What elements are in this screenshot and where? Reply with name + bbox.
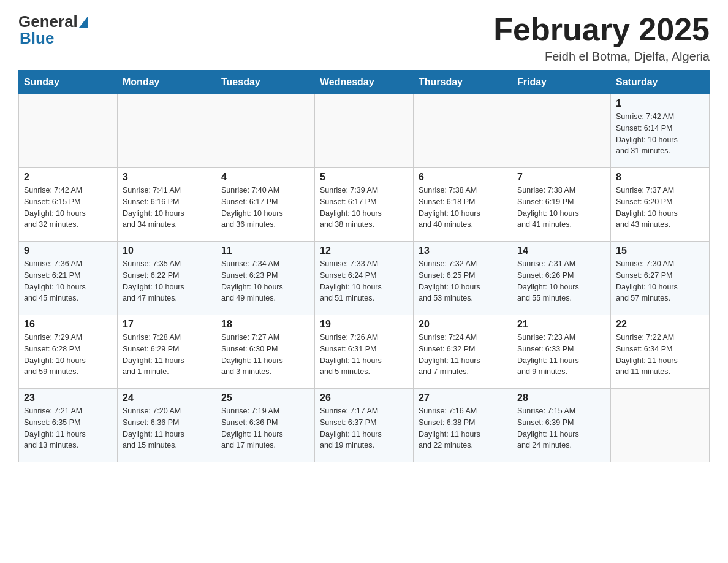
weekday-header-row: SundayMondayTuesdayWednesdayThursdayFrid… xyxy=(19,71,710,94)
calendar-week-row: 2Sunrise: 7:42 AM Sunset: 6:15 PM Daylig… xyxy=(19,168,710,242)
calendar-cell xyxy=(216,94,315,168)
calendar-cell: 16Sunrise: 7:29 AM Sunset: 6:28 PM Dayli… xyxy=(19,315,118,389)
day-info: Sunrise: 7:33 AM Sunset: 6:24 PM Dayligh… xyxy=(320,258,408,304)
day-number: 28 xyxy=(517,393,605,404)
title-block: February 2025 Feidh el Botma, Djelfa, Al… xyxy=(493,12,710,64)
day-number: 25 xyxy=(221,393,309,404)
calendar-cell: 24Sunrise: 7:20 AM Sunset: 6:36 PM Dayli… xyxy=(118,389,216,462)
calendar-cell: 10Sunrise: 7:35 AM Sunset: 6:22 PM Dayli… xyxy=(118,242,216,315)
day-info: Sunrise: 7:42 AM Sunset: 6:14 PM Dayligh… xyxy=(616,111,704,157)
day-number: 18 xyxy=(221,319,309,330)
calendar-cell: 13Sunrise: 7:32 AM Sunset: 6:25 PM Dayli… xyxy=(414,242,512,315)
calendar-cell: 8Sunrise: 7:37 AM Sunset: 6:20 PM Daylig… xyxy=(611,168,710,242)
calendar-cell: 2Sunrise: 7:42 AM Sunset: 6:15 PM Daylig… xyxy=(19,168,118,242)
day-number: 14 xyxy=(517,245,605,256)
day-info: Sunrise: 7:40 AM Sunset: 6:17 PM Dayligh… xyxy=(221,185,309,231)
day-info: Sunrise: 7:16 AM Sunset: 6:38 PM Dayligh… xyxy=(419,405,507,451)
calendar-cell: 28Sunrise: 7:15 AM Sunset: 6:39 PM Dayli… xyxy=(512,389,611,462)
day-number: 22 xyxy=(616,319,704,330)
calendar-cell: 6Sunrise: 7:38 AM Sunset: 6:18 PM Daylig… xyxy=(414,168,512,242)
calendar-cell xyxy=(512,94,611,168)
weekday-header-sunday: Sunday xyxy=(19,71,118,94)
day-info: Sunrise: 7:38 AM Sunset: 6:19 PM Dayligh… xyxy=(517,185,605,231)
calendar-cell: 12Sunrise: 7:33 AM Sunset: 6:24 PM Dayli… xyxy=(315,242,414,315)
day-info: Sunrise: 7:34 AM Sunset: 6:23 PM Dayligh… xyxy=(221,258,309,304)
calendar-cell: 4Sunrise: 7:40 AM Sunset: 6:17 PM Daylig… xyxy=(216,168,315,242)
calendar-week-row: 23Sunrise: 7:21 AM Sunset: 6:35 PM Dayli… xyxy=(19,389,710,462)
calendar-cell: 5Sunrise: 7:39 AM Sunset: 6:17 PM Daylig… xyxy=(315,168,414,242)
calendar-cell: 7Sunrise: 7:38 AM Sunset: 6:19 PM Daylig… xyxy=(512,168,611,242)
day-info: Sunrise: 7:30 AM Sunset: 6:27 PM Dayligh… xyxy=(616,258,704,304)
day-info: Sunrise: 7:24 AM Sunset: 6:32 PM Dayligh… xyxy=(419,332,507,378)
day-number: 7 xyxy=(517,172,605,183)
logo-blue-text: Blue xyxy=(20,29,54,48)
day-number: 21 xyxy=(517,319,605,330)
weekday-header-wednesday: Wednesday xyxy=(315,71,414,94)
day-number: 4 xyxy=(221,172,309,183)
day-number: 27 xyxy=(419,393,507,404)
calendar-cell: 21Sunrise: 7:23 AM Sunset: 6:33 PM Dayli… xyxy=(512,315,611,389)
calendar-cell xyxy=(315,94,414,168)
location-subtitle: Feidh el Botma, Djelfa, Algeria xyxy=(493,50,710,64)
day-number: 17 xyxy=(123,319,211,330)
calendar-cell xyxy=(611,389,710,462)
calendar-cell: 20Sunrise: 7:24 AM Sunset: 6:32 PM Dayli… xyxy=(414,315,512,389)
day-info: Sunrise: 7:19 AM Sunset: 6:36 PM Dayligh… xyxy=(221,405,309,451)
day-info: Sunrise: 7:20 AM Sunset: 6:36 PM Dayligh… xyxy=(123,405,211,451)
day-info: Sunrise: 7:31 AM Sunset: 6:26 PM Dayligh… xyxy=(517,258,605,304)
calendar-cell xyxy=(118,94,216,168)
weekday-header-friday: Friday xyxy=(512,71,611,94)
day-info: Sunrise: 7:23 AM Sunset: 6:33 PM Dayligh… xyxy=(517,332,605,378)
calendar-cell: 22Sunrise: 7:22 AM Sunset: 6:34 PM Dayli… xyxy=(611,315,710,389)
day-number: 9 xyxy=(24,245,112,256)
day-info: Sunrise: 7:26 AM Sunset: 6:31 PM Dayligh… xyxy=(320,332,408,378)
calendar-cell: 14Sunrise: 7:31 AM Sunset: 6:26 PM Dayli… xyxy=(512,242,611,315)
day-number: 26 xyxy=(320,393,408,404)
day-info: Sunrise: 7:37 AM Sunset: 6:20 PM Dayligh… xyxy=(616,185,704,231)
calendar-cell: 19Sunrise: 7:26 AM Sunset: 6:31 PM Dayli… xyxy=(315,315,414,389)
weekday-header-thursday: Thursday xyxy=(414,71,512,94)
day-info: Sunrise: 7:21 AM Sunset: 6:35 PM Dayligh… xyxy=(24,405,112,451)
day-number: 20 xyxy=(419,319,507,330)
day-number: 15 xyxy=(616,245,704,256)
day-number: 13 xyxy=(419,245,507,256)
day-info: Sunrise: 7:41 AM Sunset: 6:16 PM Dayligh… xyxy=(123,185,211,231)
calendar-week-row: 1Sunrise: 7:42 AM Sunset: 6:14 PM Daylig… xyxy=(19,94,710,168)
day-number: 3 xyxy=(123,172,211,183)
day-info: Sunrise: 7:39 AM Sunset: 6:17 PM Dayligh… xyxy=(320,185,408,231)
day-info: Sunrise: 7:29 AM Sunset: 6:28 PM Dayligh… xyxy=(24,332,112,378)
calendar-week-row: 16Sunrise: 7:29 AM Sunset: 6:28 PM Dayli… xyxy=(19,315,710,389)
calendar-cell: 15Sunrise: 7:30 AM Sunset: 6:27 PM Dayli… xyxy=(611,242,710,315)
calendar-cell: 11Sunrise: 7:34 AM Sunset: 6:23 PM Dayli… xyxy=(216,242,315,315)
calendar-cell: 17Sunrise: 7:28 AM Sunset: 6:29 PM Dayli… xyxy=(118,315,216,389)
day-info: Sunrise: 7:28 AM Sunset: 6:29 PM Dayligh… xyxy=(123,332,211,378)
day-info: Sunrise: 7:17 AM Sunset: 6:37 PM Dayligh… xyxy=(320,405,408,451)
calendar-cell: 1Sunrise: 7:42 AM Sunset: 6:14 PM Daylig… xyxy=(611,94,710,168)
weekday-header-saturday: Saturday xyxy=(611,71,710,94)
day-info: Sunrise: 7:38 AM Sunset: 6:18 PM Dayligh… xyxy=(419,185,507,231)
day-number: 5 xyxy=(320,172,408,183)
calendar-table: SundayMondayTuesdayWednesdayThursdayFrid… xyxy=(18,70,710,462)
calendar-cell: 3Sunrise: 7:41 AM Sunset: 6:16 PM Daylig… xyxy=(118,168,216,242)
calendar-week-row: 9Sunrise: 7:36 AM Sunset: 6:21 PM Daylig… xyxy=(19,242,710,315)
day-number: 2 xyxy=(24,172,112,183)
day-info: Sunrise: 7:27 AM Sunset: 6:30 PM Dayligh… xyxy=(221,332,309,378)
day-number: 12 xyxy=(320,245,408,256)
day-info: Sunrise: 7:15 AM Sunset: 6:39 PM Dayligh… xyxy=(517,405,605,451)
day-info: Sunrise: 7:22 AM Sunset: 6:34 PM Dayligh… xyxy=(616,332,704,378)
calendar-cell xyxy=(414,94,512,168)
weekday-header-monday: Monday xyxy=(118,71,216,94)
day-info: Sunrise: 7:32 AM Sunset: 6:25 PM Dayligh… xyxy=(419,258,507,304)
calendar-cell: 26Sunrise: 7:17 AM Sunset: 6:37 PM Dayli… xyxy=(315,389,414,462)
day-number: 10 xyxy=(123,245,211,256)
page-header: General Blue February 2025 Feidh el Botm… xyxy=(18,12,710,64)
day-number: 19 xyxy=(320,319,408,330)
logo: General Blue xyxy=(18,12,89,48)
logo-triangle-icon xyxy=(79,17,88,28)
day-number: 6 xyxy=(419,172,507,183)
calendar-cell: 23Sunrise: 7:21 AM Sunset: 6:35 PM Dayli… xyxy=(19,389,118,462)
weekday-header-tuesday: Tuesday xyxy=(216,71,315,94)
day-info: Sunrise: 7:35 AM Sunset: 6:22 PM Dayligh… xyxy=(123,258,211,304)
calendar-cell: 9Sunrise: 7:36 AM Sunset: 6:21 PM Daylig… xyxy=(19,242,118,315)
day-info: Sunrise: 7:36 AM Sunset: 6:21 PM Dayligh… xyxy=(24,258,112,304)
